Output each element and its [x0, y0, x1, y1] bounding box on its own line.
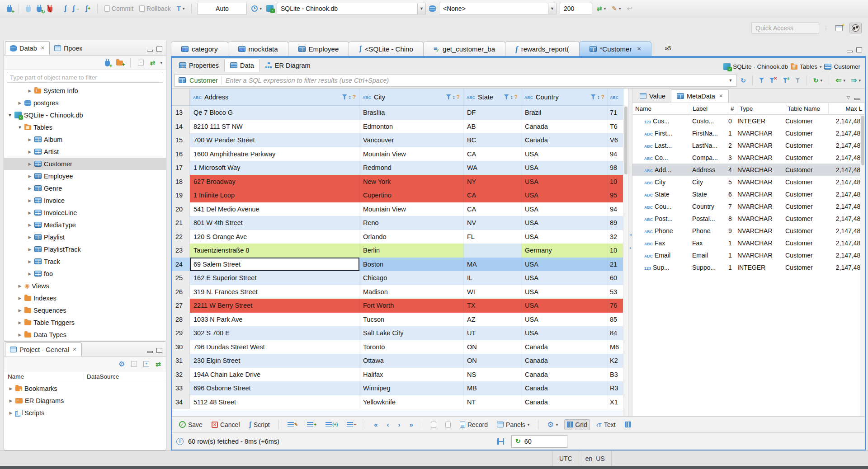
row-number[interactable]: 25 [172, 271, 190, 285]
cell-city[interactable]: Madison [359, 285, 463, 299]
cell-city[interactable]: Yellowknife [359, 395, 463, 409]
cell-city[interactable]: Edmonton [359, 120, 463, 134]
cell-address[interactable]: 5112 48 Street [190, 395, 359, 409]
cell-address[interactable]: 796 Dundas Street West [190, 340, 359, 354]
column-filter-icon[interactable] [591, 94, 596, 99]
minimize-icon[interactable] [147, 351, 153, 353]
tree-item-table-triggers[interactable]: ▶Table Triggers [4, 316, 166, 328]
metadata-row[interactable]: Sup...Suppo...1INTEGERCustomer2,147,483 [632, 261, 865, 273]
cell-country[interactable]: Canada [521, 340, 608, 354]
commit-mode-combo[interactable]: Auto [197, 3, 247, 14]
filter-history-icon[interactable]: ▼ [728, 78, 732, 83]
presentation-settings-button[interactable]: ▾ [544, 419, 561, 430]
grid-presentation-button[interactable]: Grid [564, 419, 590, 430]
minimize-icon[interactable] [147, 50, 153, 52]
cell-address[interactable]: 194A Chain Lake Drive [190, 368, 359, 382]
cell-city[interactable]: Brasília [359, 106, 463, 120]
scrollbar-thumb[interactable] [861, 116, 864, 165]
column-header-country[interactable]: Country [521, 89, 608, 106]
record-mode-button[interactable]: Record [457, 419, 491, 430]
cell-city[interactable]: Redmond [359, 161, 463, 175]
cell-city[interactable]: Mountain View [359, 147, 463, 161]
cell-address[interactable]: Tauentzienstraße 8 [190, 244, 359, 258]
metadata-name-cell[interactable]: Cus... [632, 117, 690, 125]
cell-address[interactable]: 1600 Amphitheatre Parkway [190, 147, 359, 161]
commit-button[interactable]: Commit [103, 4, 135, 13]
column-filter-icon[interactable] [504, 94, 509, 99]
expand-arrow-icon[interactable]: ▶ [18, 333, 22, 337]
metadata-name-cell[interactable]: Co... [632, 154, 690, 161]
cell-country[interactable]: USA [521, 188, 608, 202]
cell-postal[interactable]: 85 [608, 313, 623, 327]
cell-city[interactable]: Mountain View [359, 202, 463, 216]
view-menu-icon[interactable]: ▽ [847, 95, 850, 100]
column-header-label[interactable]: Label [690, 103, 728, 115]
cell-country[interactable]: Canada [521, 381, 608, 395]
cell-state[interactable]: ON [463, 340, 521, 354]
row-number[interactable]: 26 [172, 285, 190, 299]
expand-arrow-icon[interactable]: ▶ [28, 259, 32, 264]
cell-address[interactable]: 1033 N Park Ave [190, 313, 359, 327]
fetch-next-page-button[interactable] [428, 420, 439, 430]
cell-postal[interactable]: 10 [608, 175, 623, 189]
cell-city[interactable]: Boston [359, 258, 463, 272]
tree-item-artist[interactable]: ▶Artist [4, 145, 166, 158]
rollback-button[interactable]: Rollback [138, 4, 172, 13]
first-row-button[interactable] [371, 419, 380, 430]
cell-state[interactable]: NT [463, 395, 521, 409]
breadcrumb-table[interactable]: Customer [824, 63, 860, 70]
cell-postal[interactable]: 94 [608, 202, 623, 216]
tree-item-employee[interactable]: ▶Employee [4, 170, 166, 182]
panels-button[interactable]: Panels▾ [494, 419, 532, 430]
row-number[interactable]: 14 [172, 120, 190, 134]
expand-arrow-icon[interactable]: ▶ [28, 272, 32, 276]
cell-state[interactable]: AB [463, 120, 521, 134]
cell-postal[interactable]: R3 [608, 381, 623, 395]
cell-postal[interactable]: 53 [608, 285, 623, 299]
sql-editor-button[interactable] [63, 4, 68, 13]
row-number[interactable]: 19 [172, 188, 190, 202]
collapse-arrow-icon[interactable]: ▼ [18, 125, 22, 130]
scrollbar-thumb[interactable] [624, 107, 627, 174]
expand-arrow-icon[interactable]: ▶ [18, 101, 22, 105]
cell-country[interactable]: USA [521, 216, 608, 230]
editor-tab-mockdata[interactable]: mockdata [228, 41, 288, 56]
cell-city[interactable]: Cupertino [359, 188, 463, 202]
expand-arrow-icon[interactable]: ▶ [28, 198, 32, 203]
column-header-address[interactable]: Address [190, 89, 359, 106]
cell-state[interactable]: NS [463, 368, 521, 382]
cell-address[interactable]: 302 S 700 E [190, 326, 359, 340]
refresh-results-button[interactable] [739, 76, 747, 84]
tree-item-indexes[interactable]: ▶Indexes [4, 292, 166, 304]
cell-address[interactable]: 627 Broadway [190, 175, 359, 189]
remove-filter-button[interactable]: ✕ [768, 77, 778, 84]
metadata-row[interactable]: Cou...Country7NVARCHARCustomer2,147,483 [632, 200, 865, 212]
cell-postal[interactable]: 76 [608, 299, 623, 313]
cell-city[interactable]: Salt Lake City [359, 326, 463, 340]
cell-state[interactable]: BC [463, 133, 521, 147]
disconnect-button[interactable] [46, 4, 54, 13]
cell-city[interactable]: Vancouver [359, 133, 463, 147]
expand-arrow-icon[interactable]: ▶ [9, 411, 13, 415]
fetch-all-button[interactable] [443, 420, 453, 430]
column-header-number[interactable]: # [728, 103, 737, 115]
cell-country[interactable]: Canada [521, 395, 608, 409]
row-number[interactable]: 20 [172, 202, 190, 216]
cell-city[interactable]: Fort Worth [359, 299, 463, 313]
column-header-state[interactable]: State [463, 89, 521, 106]
editor-tab-get-customer-ba[interactable]: get_customer_ba [423, 41, 505, 56]
cell-country[interactable]: USA [521, 299, 608, 313]
view-menu-icon[interactable]: ▾ [160, 61, 162, 65]
metadata-row[interactable]: Add...Address4NVARCHARCustomer2,147,483 [632, 164, 865, 176]
corner-cell[interactable] [172, 89, 190, 106]
next-row-button[interactable] [396, 419, 403, 430]
tree-item-track[interactable]: ▶Track [4, 255, 166, 267]
editor-tab-sqlite-chino[interactable]: <SQLite - Chino [349, 41, 423, 56]
metadata-row[interactable]: StateState6NVARCHARCustomer2,147,483 [632, 188, 865, 200]
cell-postal[interactable]: T6 [608, 120, 623, 134]
add-row-button[interactable]: + [304, 420, 319, 429]
active-connection-combo[interactable]: SQLite - Chinook.db▼ [277, 3, 426, 14]
cell-postal[interactable]: 89 [608, 216, 623, 230]
add-filter-button[interactable] [758, 77, 765, 84]
project-item-er-diagrams[interactable]: ▶ER Diagrams [4, 394, 166, 407]
